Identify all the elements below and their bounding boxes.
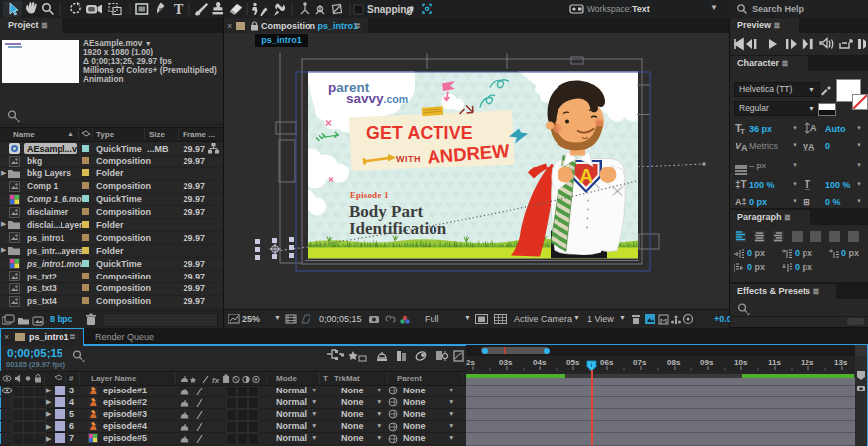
- svg-text:fx: fx: [212, 376, 220, 384]
- svg-text:T: T: [740, 127, 745, 136]
- svg-text:A‡: A‡: [735, 197, 747, 207]
- svg-text:A: A: [810, 123, 817, 133]
- svg-text:Episode 1: Episode 1: [350, 190, 389, 200]
- svg-text:A: A: [741, 143, 748, 153]
- svg-text:V̲A̲: V̲A̲: [803, 142, 815, 152]
- svg-text:WITH: WITH: [396, 154, 421, 164]
- svg-text:GET ACTIVE: GET ACTIVE: [366, 121, 473, 143]
- svg-text:T̲: T̲: [805, 179, 810, 190]
- svg-text:‡T: ‡T: [735, 179, 747, 190]
- svg-text:T: T: [174, 2, 184, 17]
- svg-text:savvy.com: savvy.com: [346, 91, 408, 106]
- svg-text:⊞: ⊞: [803, 197, 810, 207]
- svg-text:A: A: [579, 166, 593, 187]
- svg-text:Identification: Identification: [349, 219, 447, 238]
